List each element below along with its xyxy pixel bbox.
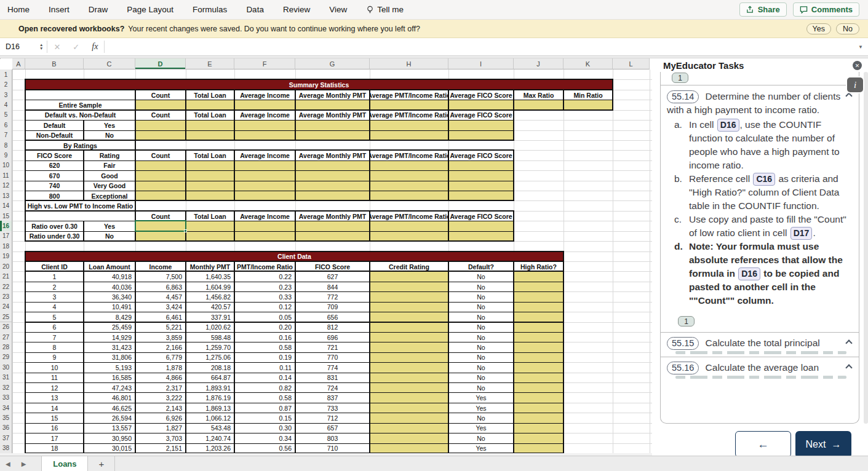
- row-header-30[interactable]: 30: [0, 362, 12, 373]
- cell-I17[interactable]: [448, 231, 514, 242]
- cell-G5[interactable]: Average Monthly PMT: [295, 110, 370, 121]
- cell-D24[interactable]: 3,424: [135, 302, 186, 312]
- cell-J29[interactable]: [514, 352, 563, 363]
- cell-I30[interactable]: No: [448, 362, 514, 373]
- cell-D11[interactable]: [135, 170, 186, 181]
- cell-E22[interactable]: 1,604.99: [186, 282, 234, 292]
- cell-F16[interactable]: [234, 221, 295, 231]
- cell-B27[interactable]: 7: [25, 332, 84, 342]
- cell-E23[interactable]: 1,456.82: [186, 291, 234, 302]
- cell-H33[interactable]: [370, 392, 448, 403]
- cell-D4[interactable]: [135, 100, 186, 110]
- cell-J28[interactable]: [514, 342, 563, 352]
- cell-H38[interactable]: [370, 443, 448, 453]
- cell-E32[interactable]: 1,893.91: [186, 382, 234, 393]
- row-header-15[interactable]: 15: [0, 211, 12, 221]
- cell-F12[interactable]: [234, 181, 295, 191]
- cell-H36[interactable]: [370, 423, 448, 433]
- row-header-36[interactable]: 36: [0, 423, 12, 433]
- cell-B13[interactable]: 800: [25, 191, 84, 201]
- cell-E30[interactable]: 208.18: [186, 362, 234, 373]
- cell-D5[interactable]: Count: [135, 110, 186, 121]
- cell-C26[interactable]: 25,459: [84, 322, 135, 333]
- confirm-entry-icon[interactable]: ✓: [66, 42, 86, 52]
- row-header-26[interactable]: 26: [0, 322, 12, 333]
- cell-D28[interactable]: 2,166: [135, 342, 186, 352]
- row-header-31[interactable]: 31: [0, 373, 12, 383]
- col-header-I[interactable]: I: [448, 58, 514, 69]
- cell-E16[interactable]: [186, 221, 234, 231]
- cell-B8[interactable]: By Ratings: [25, 140, 135, 151]
- cell-J34[interactable]: [514, 403, 563, 413]
- cell-B35[interactable]: 15: [25, 413, 84, 423]
- cell-G25[interactable]: 656: [295, 312, 370, 322]
- cell-G36[interactable]: 657: [295, 423, 370, 433]
- row-header-34[interactable]: 34: [0, 403, 12, 413]
- cell-C6[interactable]: Yes: [84, 120, 135, 130]
- row-header-2[interactable]: 2: [0, 79, 12, 90]
- cell-G4[interactable]: [295, 100, 370, 110]
- cell-G7[interactable]: [295, 130, 370, 141]
- cell-D29[interactable]: 6,779: [135, 352, 186, 363]
- cell-J3[interactable]: Max Ratio: [514, 90, 563, 100]
- cell-F37[interactable]: 0.34: [234, 433, 295, 443]
- cell-D23[interactable]: 4,457: [135, 291, 186, 302]
- col-header-F[interactable]: F: [234, 58, 295, 69]
- cell-C16[interactable]: Yes: [84, 221, 135, 231]
- cell-C31[interactable]: 16,585: [84, 373, 135, 383]
- cell-B3[interactable]: [25, 90, 135, 100]
- cell-G11[interactable]: [295, 170, 370, 181]
- task-55-16[interactable]: 55.16 Calculate the average loan: [661, 357, 859, 376]
- cell-B12[interactable]: 740: [25, 181, 84, 191]
- expand-chevron-icon[interactable]: [845, 339, 852, 346]
- no-button[interactable]: No: [836, 23, 859, 34]
- cell-F30[interactable]: 0.11: [234, 362, 295, 373]
- cell-B17[interactable]: Ratio under 0.30: [25, 231, 84, 242]
- cell-B32[interactable]: 12: [25, 382, 84, 393]
- cell-D26[interactable]: 5,221: [135, 322, 186, 333]
- cell-D31[interactable]: 4,866: [135, 373, 186, 383]
- cell-C33[interactable]: 46,801: [84, 392, 135, 403]
- cell-H20[interactable]: Credit Rating: [370, 261, 448, 272]
- cell-E36[interactable]: 543.48: [186, 423, 234, 433]
- cell-I13[interactable]: [448, 191, 514, 201]
- cell-C10[interactable]: Fair: [84, 160, 135, 171]
- cell-E9[interactable]: Total Loan: [186, 150, 234, 160]
- cell-B29[interactable]: 9: [25, 352, 84, 363]
- cell-G10[interactable]: [295, 160, 370, 171]
- cell-D15[interactable]: Count: [135, 211, 186, 221]
- close-icon[interactable]: ✕: [853, 61, 862, 70]
- row-header-17[interactable]: 17: [0, 231, 12, 242]
- cell-B4[interactable]: Entire Sample: [25, 100, 135, 110]
- cell-H31[interactable]: [370, 373, 448, 383]
- cell-I26[interactable]: No: [448, 322, 514, 333]
- cell-J32[interactable]: [514, 382, 563, 393]
- cell-G34[interactable]: 733: [295, 403, 370, 413]
- cell-C27[interactable]: 14,929: [84, 332, 135, 342]
- cell-C21[interactable]: 40,918: [84, 271, 135, 282]
- cell-J35[interactable]: [514, 413, 563, 423]
- row-header-12[interactable]: 12: [0, 181, 12, 191]
- cell-F29[interactable]: 0.19: [234, 352, 295, 363]
- cell-I16[interactable]: [448, 221, 514, 231]
- cell-H28[interactable]: [370, 342, 448, 352]
- cell-E28[interactable]: 1,259.70: [186, 342, 234, 352]
- cell-C35[interactable]: 26,594: [84, 413, 135, 423]
- cell-H21[interactable]: [370, 271, 448, 282]
- cell-C23[interactable]: 36,340: [84, 291, 135, 302]
- cell-E17[interactable]: [186, 231, 234, 242]
- cell-H37[interactable]: [370, 433, 448, 443]
- cell-G32[interactable]: 724: [295, 382, 370, 393]
- cell-G33[interactable]: 837: [295, 392, 370, 403]
- cell-B28[interactable]: 8: [25, 342, 84, 352]
- row-header-35[interactable]: 35: [0, 413, 12, 423]
- menu-item-insert[interactable]: Insert: [49, 5, 70, 14]
- cell-F38[interactable]: 0.56: [234, 443, 295, 453]
- cell-F4[interactable]: [234, 100, 295, 110]
- row-header-6[interactable]: 6: [0, 120, 12, 130]
- cell-G31[interactable]: 831: [295, 373, 370, 383]
- menu-item-review[interactable]: Review: [283, 5, 310, 14]
- cell-E7[interactable]: [186, 130, 234, 141]
- cell-B34[interactable]: 14: [25, 403, 84, 413]
- cell-B6[interactable]: Default: [25, 120, 84, 130]
